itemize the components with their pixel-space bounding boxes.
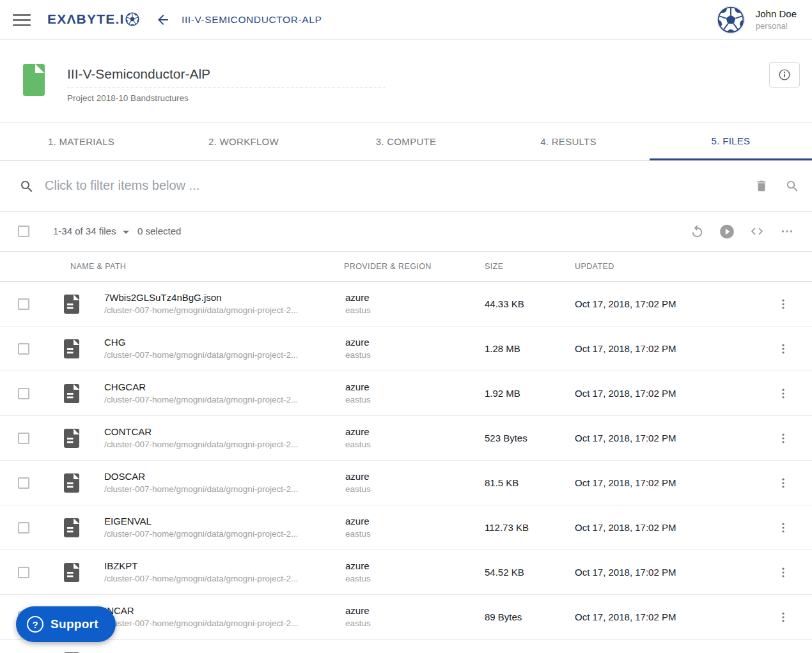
file-name[interactable]: EIGENVAL xyxy=(104,514,345,528)
code-button[interactable] xyxy=(749,223,765,240)
provider: azure xyxy=(345,514,485,528)
row-menu-icon[interactable] xyxy=(777,521,790,534)
soccer-ball-icon xyxy=(125,12,139,26)
avatar[interactable] xyxy=(717,6,745,34)
play-circle-icon xyxy=(719,223,735,240)
support-button[interactable]: ? Support xyxy=(16,606,116,642)
provider: azure xyxy=(345,380,485,394)
delete-button[interactable] xyxy=(753,178,770,194)
region: eastus xyxy=(345,617,485,630)
row-menu-icon[interactable] xyxy=(777,387,790,400)
provider: azure xyxy=(345,559,485,572)
search-button[interactable] xyxy=(784,178,800,194)
tab-compute[interactable]: 3. COMPUTE xyxy=(325,123,487,160)
file-table: 7Wbis2GLSuTz4nBgG.json /cluster-007-home… xyxy=(0,282,812,653)
file-icon xyxy=(64,384,79,403)
row-checkbox[interactable] xyxy=(18,522,29,534)
file-updated: Oct 17, 2018, 17:02 PM xyxy=(575,282,754,326)
select-all-checkbox[interactable] xyxy=(18,226,29,237)
project-header: III-V-Semiconductor-AlP Project 2018-10 … xyxy=(0,40,812,123)
row-checkbox[interactable] xyxy=(18,433,29,444)
region: eastus xyxy=(345,304,485,317)
row-checkbox[interactable] xyxy=(18,477,29,489)
region: eastus xyxy=(345,394,485,406)
user-info: John Doe personal xyxy=(756,8,797,32)
run-button[interactable] xyxy=(719,223,735,240)
table-row: CHG /cluster-007-home/gmogni/data/gmogni… xyxy=(0,326,812,371)
column-size[interactable]: SIZE xyxy=(485,262,503,271)
column-provider-region[interactable]: PROVIDER & REGION xyxy=(344,262,432,271)
table-row: KPOINTS xyxy=(0,640,812,653)
user-menu[interactable]: John Doe personal xyxy=(717,6,797,34)
row-checkbox[interactable] xyxy=(18,298,29,310)
row-checkbox[interactable] xyxy=(18,567,29,578)
exabyte-logo[interactable]: EXΛBYTE.I xyxy=(47,12,139,27)
file-size: 44.33 KB xyxy=(485,282,575,326)
row-menu-icon[interactable] xyxy=(777,611,790,624)
file-name[interactable]: 7Wbis2GLSuTz4nBgG.json xyxy=(104,291,345,304)
replay-icon xyxy=(690,224,705,239)
provider: azure xyxy=(345,604,485,617)
toolbar-actions xyxy=(689,223,795,240)
filter-input[interactable]: Click to filter items below ... xyxy=(45,178,199,193)
file-path: /cluster-007-home/gmogni/data/gmogni-pro… xyxy=(104,349,345,362)
more-horizontal-icon xyxy=(780,224,794,238)
tab-files[interactable]: 5. FILES xyxy=(650,123,812,160)
row-checkbox[interactable] xyxy=(18,343,29,355)
region: eastus xyxy=(345,528,485,541)
tab-workflow[interactable]: 2. WORKFLOW xyxy=(162,123,325,160)
file-icon xyxy=(64,429,79,448)
refresh-button[interactable] xyxy=(689,223,705,240)
file-path: /cluster-007-home/gmogni/data/gmogni-pro… xyxy=(104,572,345,585)
file-name[interactable]: CHGCAR xyxy=(104,380,345,394)
file-size: 112.73 KB xyxy=(485,505,575,549)
table-row: DOSCAR /cluster-007-home/gmogni/data/gmo… xyxy=(0,461,812,505)
row-menu-icon[interactable] xyxy=(777,566,790,579)
region: eastus xyxy=(345,349,485,362)
file-icon xyxy=(64,563,79,582)
file-name[interactable]: INCAR xyxy=(104,604,345,617)
file-name[interactable]: DOSCAR xyxy=(104,470,345,483)
file-name[interactable]: CHG xyxy=(104,335,345,349)
file-name[interactable]: CONTCAR xyxy=(104,425,345,438)
back-arrow-icon[interactable] xyxy=(155,12,171,27)
file-path: /cluster-007-home/gmogni/data/gmogni-pro… xyxy=(104,483,345,496)
file-path: /cluster-007-home/gmogni/data/gmogni-pro… xyxy=(104,528,345,541)
row-menu-icon[interactable] xyxy=(777,298,790,311)
column-name-path[interactable]: NAME & PATH xyxy=(70,262,126,271)
file-name[interactable]: IBZKPT xyxy=(104,559,345,572)
table-row: 7Wbis2GLSuTz4nBgG.json /cluster-007-home… xyxy=(0,282,812,326)
pagination-dropdown[interactable]: 1-34 of 34 files xyxy=(53,226,129,236)
tab-bar: 1. MATERIALS 2. WORKFLOW 3. COMPUTE 4. R… xyxy=(0,123,812,161)
info-button[interactable] xyxy=(769,62,800,88)
file-updated: Oct 17, 2018, 17:02 PM xyxy=(575,416,754,460)
row-menu-icon[interactable] xyxy=(777,342,790,355)
code-icon xyxy=(750,224,764,238)
file-icon xyxy=(64,295,79,314)
magnifier-icon xyxy=(785,179,800,194)
file-icon xyxy=(64,473,79,493)
region: eastus xyxy=(345,572,485,585)
file-updated: Oct 17, 2018, 17:02 PM xyxy=(575,371,754,415)
selected-count: 0 selected xyxy=(137,226,181,236)
tab-materials[interactable]: 1. MATERIALS xyxy=(0,123,162,160)
filter-bar: Click to filter items below ... xyxy=(0,161,812,212)
tab-results[interactable]: 4. RESULTS xyxy=(487,123,650,160)
breadcrumb: III-V-SEMICONDUCTOR-ALP xyxy=(182,14,322,26)
row-menu-icon[interactable] xyxy=(777,477,790,489)
file-size: 89 Bytes xyxy=(485,595,575,639)
file-path: /cluster-007-home/gmogni/data/gmogni-pro… xyxy=(104,394,345,406)
menu-icon[interactable] xyxy=(13,14,31,26)
file-path: /cluster-007-home/gmogni/data/gmogni-pro… xyxy=(104,304,345,317)
table-row: IBZKPT /cluster-007-home/gmogni/data/gmo… xyxy=(0,550,812,595)
list-toolbar: 1-34 of 34 files 0 selected xyxy=(0,212,812,252)
row-menu-icon[interactable] xyxy=(777,432,790,445)
file-updated: Oct 17, 2018, 17:02 PM xyxy=(575,505,754,549)
project-title-field[interactable]: III-V-Semiconductor-AlP xyxy=(67,66,385,88)
file-size: 54.52 KB xyxy=(485,550,575,594)
app-window: EXΛBYTE.I III-V-S xyxy=(0,0,812,653)
more-button[interactable] xyxy=(779,223,795,240)
column-updated[interactable]: UPDATED xyxy=(575,262,614,271)
chevron-down-icon xyxy=(123,231,129,234)
row-checkbox[interactable] xyxy=(18,388,29,399)
